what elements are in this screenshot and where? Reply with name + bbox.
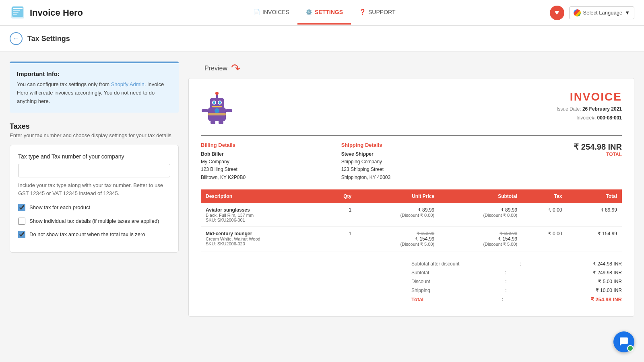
item-subtotal-2: ₹ 159.99 ₹ 154.99 (Discount ₹ 5.00) <box>439 226 522 251</box>
tax-card-title: Tax type and Tax number of your company <box>18 153 170 160</box>
show-tax-per-product-label: Show tax for each product <box>29 204 90 212</box>
select-language-button[interactable]: Select Language ▼ <box>569 6 634 19</box>
totals-row-shipping: Shipping : ₹ 10.00 INR <box>411 286 622 295</box>
nav-settings[interactable]: ⚙️ SETTINGS <box>297 1 351 25</box>
left-panel: Important Info: You can configure tax se… <box>10 62 179 253</box>
totals-row-subtotal-discount: Subtotal after discount : ₹ 244.98 INR <box>411 259 622 268</box>
svg-rect-18 <box>219 120 223 124</box>
svg-point-10 <box>213 101 215 104</box>
nav-support[interactable]: ❓ SUPPORT <box>351 1 403 25</box>
logo-area: Invoice Hero <box>10 5 83 21</box>
item-tax-1: ₹ 0.00 <box>522 203 567 227</box>
google-icon <box>574 9 581 16</box>
tax-card: Tax type and Tax number of your company … <box>10 145 179 253</box>
checkbox-row-1: Show tax for each product <box>18 204 170 212</box>
invoice-meta: Issue Date: 26 February 2021 Invoice#: 0… <box>557 105 622 122</box>
total-display-area: ₹ 254.98 INR TOTAL <box>481 142 622 157</box>
show-tax-per-product-checkbox[interactable] <box>18 204 25 211</box>
tax-hint: Include your tax type along with your ta… <box>18 181 170 197</box>
col-qty: Qty <box>323 189 356 203</box>
robot-logo <box>201 90 233 127</box>
dropdown-chevron-icon: ▼ <box>625 10 630 16</box>
svg-rect-12 <box>212 106 222 107</box>
preview-label-row: Preview ↷ <box>188 62 634 75</box>
item-description-2: Mid-century lounger Cream White, Walnut … <box>201 226 323 251</box>
checkbox-row-3: Do not show tax amount when the total ta… <box>18 230 170 239</box>
invoice-title-area: INVOICE Issue Date: 26 February 2021 Inv… <box>557 90 622 122</box>
back-button[interactable]: ← <box>10 32 23 45</box>
col-tax: Tax <box>522 189 567 203</box>
svg-rect-17 <box>211 120 215 124</box>
totals-row-subtotal: Subtotal : ₹ 249.98 INR <box>411 268 622 277</box>
item-qty-2: 1 <box>323 226 356 251</box>
settings-icon: ⚙️ <box>305 9 312 15</box>
item-unit-price-1: ₹ 89.99 (Discount ₹ 0.00) <box>356 203 439 227</box>
item-tax-2: ₹ 0.00 <box>522 226 567 251</box>
main-nav: 📄 INVOICES ⚙️ SETTINGS ❓ SUPPORT <box>99 1 549 25</box>
logo-text: Invoice Hero <box>30 8 83 18</box>
totals-table: Subtotal after discount : ₹ 244.98 INR S… <box>411 259 622 304</box>
main-content: Important Info: You can configure tax se… <box>0 52 644 326</box>
svg-rect-16 <box>226 109 232 112</box>
shipping-details: Shipping Details Steve Shipper Shipping … <box>341 142 482 181</box>
nav-invoices[interactable]: 📄 INVOICES <box>245 1 297 25</box>
col-description: Description <box>201 189 323 203</box>
item-total-2: ₹ 154.99 <box>567 226 622 251</box>
show-individual-tax-checkbox[interactable] <box>18 218 25 225</box>
shopify-admin-link[interactable]: Shopify Admin <box>111 81 144 87</box>
svg-rect-1 <box>12 6 23 17</box>
taxes-heading: Taxes <box>10 122 179 131</box>
hide-zero-tax-label: Do not show tax amount when the total ta… <box>29 230 145 239</box>
col-unit-price: Unit Price <box>356 189 439 203</box>
logo-icon <box>10 5 26 21</box>
page-header: ← Tax Settings <box>0 26 644 52</box>
svg-rect-5 <box>13 14 17 15</box>
invoice-preview: INVOICE Issue Date: 26 February 2021 Inv… <box>188 78 634 317</box>
info-box: Important Info: You can configure tax se… <box>10 62 179 113</box>
svg-rect-3 <box>13 10 20 11</box>
item-subtotal-1: ₹ 89.99 (Discount ₹ 0.00) <box>439 203 522 227</box>
hide-zero-tax-checkbox[interactable] <box>18 231 25 238</box>
svg-rect-19 <box>208 113 226 115</box>
taxes-description: Enter your tax number and choose display… <box>10 132 179 138</box>
billing-details: Billing Details Bob Biller My Company 12… <box>201 142 341 181</box>
table-row: Mid-century lounger Cream White, Walnut … <box>201 226 622 251</box>
invoice-header: INVOICE Issue Date: 26 February 2021 Inv… <box>201 90 622 127</box>
taxes-section: Taxes Enter your tax number and choose d… <box>10 122 179 253</box>
info-box-text: You can configure tax settings only from… <box>17 80 171 105</box>
heart-button[interactable]: ♥ <box>550 6 564 20</box>
billing-shipping-total: Billing Details Bob Biller My Company 12… <box>201 142 622 181</box>
support-icon: ❓ <box>359 9 366 15</box>
show-individual-tax-label: Show individual tax details (if multiple… <box>29 217 159 225</box>
preview-label: Preview <box>204 65 227 72</box>
col-total: Total <box>567 189 622 203</box>
header-right: ♥ Select Language ▼ <box>550 6 634 20</box>
item-total-1: ₹ 89.99 <box>567 203 622 227</box>
totals-row-total: Total : ₹ 254.98 INR <box>411 295 622 304</box>
preview-arrow-icon: ↷ <box>229 61 241 75</box>
totals-row-discount: Discount : ₹ 5.00 INR <box>411 277 622 286</box>
svg-rect-4 <box>13 12 19 13</box>
info-box-title: Important Info: <box>17 70 171 77</box>
invoice-table: Description Qty Unit Price Subtotal Tax … <box>201 189 622 251</box>
tax-number-input[interactable] <box>18 164 170 177</box>
svg-point-14 <box>215 92 219 95</box>
header: Invoice Hero 📄 INVOICES ⚙️ SETTINGS ❓ SU… <box>0 0 644 26</box>
preview-area: Preview ↷ <box>188 62 634 317</box>
svg-point-20 <box>215 108 219 113</box>
page-title: Tax Settings <box>27 35 70 43</box>
svg-rect-15 <box>202 109 208 112</box>
item-qty-1: 1 <box>323 203 356 227</box>
table-row: Aviator sunglasses Black, Full Rim, 137 … <box>201 203 622 227</box>
svg-rect-2 <box>13 8 23 9</box>
invoice-divider <box>201 135 622 136</box>
col-subtotal: Subtotal <box>439 189 522 203</box>
svg-point-11 <box>219 101 221 104</box>
item-unit-price-2: ₹ 159.99 ₹ 154.99 (Discount ₹ 5.00) <box>356 226 439 251</box>
totals-section: Subtotal after discount : ₹ 244.98 INR S… <box>201 259 622 304</box>
item-description-1: Aviator sunglasses Black, Full Rim, 137 … <box>201 203 323 227</box>
invoice-title: INVOICE <box>557 90 622 103</box>
checkbox-row-2: Show individual tax details (if multiple… <box>18 217 170 225</box>
invoices-icon: 📄 <box>253 9 260 15</box>
